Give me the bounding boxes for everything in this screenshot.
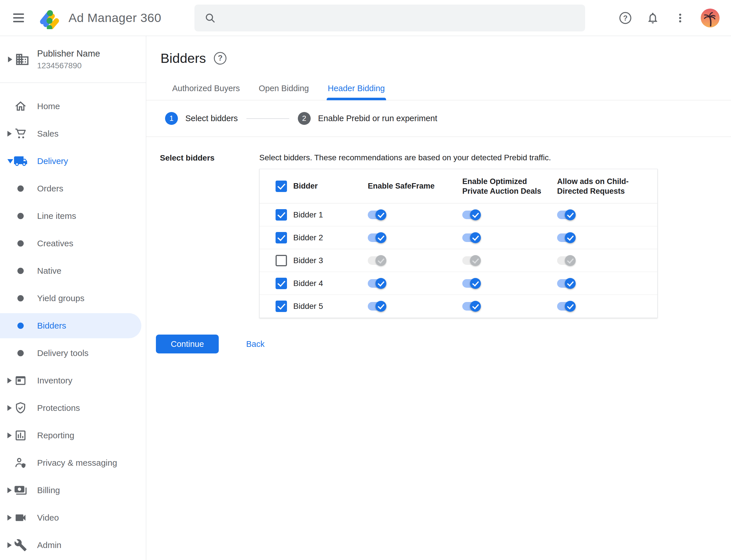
search-bar[interactable] xyxy=(195,5,585,31)
shopping-cart-icon xyxy=(14,127,27,140)
sidebar-item-home[interactable]: Home xyxy=(0,93,146,120)
sidebar-item-reporting[interactable]: Reporting xyxy=(0,422,146,449)
optimized-deals-toggle[interactable] xyxy=(462,278,481,289)
chevron-down-icon xyxy=(7,159,13,163)
sidebar-item-line-items[interactable]: Line items xyxy=(0,202,146,230)
sidebar-item-orders[interactable]: Orders xyxy=(0,175,146,202)
optimized-deals-toggle[interactable] xyxy=(462,209,481,221)
bullet-icon xyxy=(17,185,24,192)
publisher-id: 1234567890 xyxy=(37,61,100,70)
step-2-badge: 2 xyxy=(298,112,311,125)
top-app-bar: Ad Manager 360 ? xyxy=(0,0,731,36)
main-content: Bidders ? Authorized Buyers Open Bidding… xyxy=(146,36,731,560)
bidder-name: Bidder 4 xyxy=(293,279,323,288)
table-row-bidder-3: Bidder 3 xyxy=(260,249,657,272)
sidebar-item-video[interactable]: Video xyxy=(0,504,146,531)
publisher-switcher[interactable]: Publisher Name 1234567890 xyxy=(0,36,146,83)
table-row-bidder-1: Bidder 1 xyxy=(260,203,657,226)
step-select-bidders: 1 Select bidders xyxy=(165,112,238,125)
safeframe-toggle[interactable] xyxy=(368,209,386,221)
sidebar-item-inventory[interactable]: Inventory xyxy=(0,367,146,394)
tab-open-bidding[interactable]: Open Bidding xyxy=(259,84,309,100)
person-shield-icon xyxy=(14,456,27,469)
safeframe-toggle[interactable] xyxy=(368,278,386,289)
column-header-safeframe: Enable SafeFrame xyxy=(368,182,462,191)
chevron-right-icon xyxy=(7,405,12,411)
sidebar: Publisher Name 1234567890 Home Sales xyxy=(0,36,146,560)
chevron-right-icon xyxy=(7,515,12,521)
app-title: Ad Manager 360 xyxy=(69,11,161,25)
continue-button[interactable]: Continue xyxy=(156,335,219,353)
optimized-deals-toggle[interactable] xyxy=(462,232,481,243)
tab-authorized-buyers[interactable]: Authorized Buyers xyxy=(172,84,240,100)
bidder-name: Bidder 2 xyxy=(293,233,323,242)
optimized-deals-toggle xyxy=(462,255,481,266)
row-checkbox[interactable] xyxy=(276,278,287,289)
child-directed-toggle[interactable] xyxy=(557,301,576,312)
bullet-icon xyxy=(17,350,24,356)
sidebar-item-admin[interactable]: Admin xyxy=(0,531,146,559)
safeframe-toggle xyxy=(368,255,386,266)
ad-manager-logo-icon xyxy=(39,7,61,29)
topbar-actions: ? xyxy=(618,9,720,27)
home-icon xyxy=(14,100,27,113)
step-connector xyxy=(247,118,289,119)
organization-building-icon xyxy=(15,52,30,67)
chevron-right-icon xyxy=(7,433,12,438)
page-title: Bidders xyxy=(161,50,206,66)
sidebar-item-yield-groups[interactable]: Yield groups xyxy=(0,285,146,312)
search-input[interactable] xyxy=(216,5,585,31)
sidebar-item-privacy-messaging[interactable]: Privacy & messaging xyxy=(0,449,146,477)
tab-bar: Authorized Buyers Open Bidding Header Bi… xyxy=(146,84,731,100)
sidebar-item-creatives[interactable]: Creatives xyxy=(0,230,146,257)
chevron-right-icon xyxy=(7,542,12,548)
bidder-name: Bidder 3 xyxy=(293,256,323,265)
child-directed-toggle[interactable] xyxy=(557,232,576,243)
menu-icon[interactable] xyxy=(13,12,26,24)
safeframe-toggle[interactable] xyxy=(368,301,386,312)
back-link[interactable]: Back xyxy=(246,339,265,349)
bullet-icon xyxy=(17,213,24,219)
tab-header-bidding[interactable]: Header Bidding xyxy=(328,84,385,100)
overflow-menu-icon[interactable] xyxy=(673,11,687,25)
bullet-icon xyxy=(17,240,24,247)
table-row-bidder-4: Bidder 4 xyxy=(260,272,657,295)
table-row-bidder-2: Bidder 2 xyxy=(260,226,657,249)
shield-check-icon xyxy=(14,401,27,415)
account-avatar[interactable] xyxy=(701,9,720,27)
sidebar-item-delivery-tools[interactable]: Delivery tools xyxy=(0,339,146,367)
row-checkbox[interactable] xyxy=(276,255,287,266)
safeframe-toggle[interactable] xyxy=(368,232,386,243)
help-icon[interactable]: ? xyxy=(618,11,632,25)
section-description: Select bidders. These recommendations ar… xyxy=(259,153,658,163)
stepper: 1 Select bidders 2 Enable Prebid or run … xyxy=(146,100,731,137)
chevron-right-icon xyxy=(7,131,12,137)
row-checkbox[interactable] xyxy=(276,209,287,221)
sidebar-item-protections[interactable]: Protections xyxy=(0,394,146,422)
svg-text:?: ? xyxy=(623,14,627,22)
child-directed-toggle[interactable] xyxy=(557,278,576,289)
wrench-icon xyxy=(14,539,27,552)
sidebar-item-bidders[interactable]: Bidders xyxy=(0,312,146,339)
row-checkbox[interactable] xyxy=(276,301,287,312)
sidebar-item-billing[interactable]: Billing xyxy=(0,477,146,504)
chevron-right-icon xyxy=(8,57,12,62)
select-all-checkbox[interactable] xyxy=(276,181,287,192)
notifications-icon[interactable] xyxy=(646,11,660,25)
bidder-name: Bidder 5 xyxy=(293,302,323,311)
sidebar-item-delivery[interactable]: Delivery xyxy=(0,147,146,175)
sidebar-item-native[interactable]: Native xyxy=(0,257,146,285)
section-label: Select bidders xyxy=(160,153,259,318)
sidebar-item-sales[interactable]: Sales xyxy=(0,120,146,147)
optimized-deals-toggle[interactable] xyxy=(462,301,481,312)
search-icon xyxy=(204,12,216,24)
child-directed-toggle xyxy=(557,255,576,266)
page-help-icon[interactable]: ? xyxy=(214,52,227,65)
bidders-table: Bidder Enable SafeFrame Enable Optimized… xyxy=(259,169,658,318)
bullet-icon xyxy=(17,323,24,329)
chevron-right-icon xyxy=(7,378,12,383)
column-header-optimized-deals: Enable Optimized Private Auction Deals xyxy=(462,177,548,196)
delivery-truck-icon xyxy=(13,154,28,168)
child-directed-toggle[interactable] xyxy=(557,209,576,221)
row-checkbox[interactable] xyxy=(276,232,287,243)
